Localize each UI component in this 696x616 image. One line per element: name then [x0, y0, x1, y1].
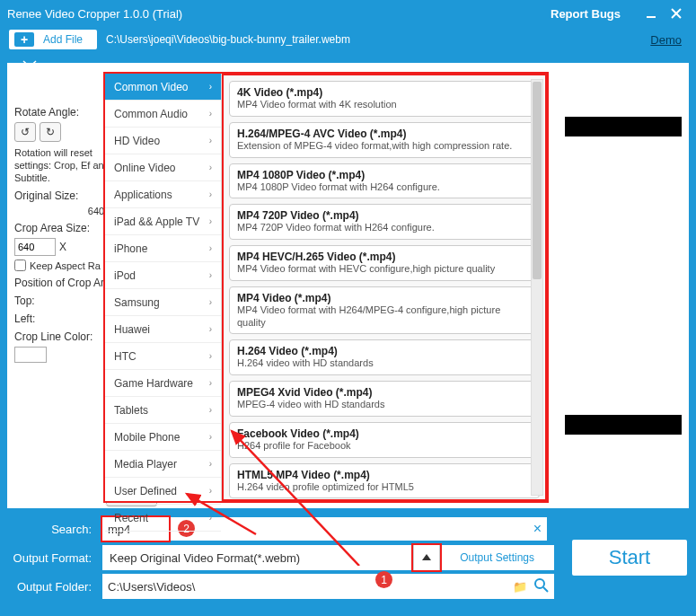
clear-search-icon[interactable]: × [533, 521, 542, 537]
format-item[interactable]: MP4 HEVC/H.265 Video (*.mp4)MP4 Video fo… [229, 245, 540, 281]
output-folder-field: C:\Users\Videos\ 📁 [102, 574, 554, 599]
format-item[interactable]: MP4 Video (*.mp4)MP4 Video format with H… [229, 286, 540, 335]
category-item[interactable]: Game Hardware› [105, 370, 221, 397]
close-button[interactable] [664, 1, 689, 26]
output-folder-value: C:\Users\Videos\ [108, 580, 506, 594]
start-button[interactable]: Start [572, 540, 687, 576]
app-title: Renee Video Cropper 1.0.0 (Trial) [7, 7, 551, 21]
category-item[interactable]: Samsung› [105, 289, 221, 316]
format-item[interactable]: MP4 720P Video (*.mp4)MP4 720P Video for… [229, 204, 540, 240]
add-file-button[interactable]: + Add File [9, 30, 97, 49]
svg-marker-7 [422, 554, 431, 560]
format-item[interactable]: MPEG4 Xvid Video (*.mp4)MPEG-4 video wit… [229, 381, 540, 417]
category-list: Common Video›Common Audio›HD Video›Onlin… [105, 74, 222, 501]
current-file-path: C:\Users\joeqi\Videos\big-buck-bunny_tra… [106, 33, 641, 46]
output-format-dropdown[interactable] [413, 545, 440, 570]
output-format-value: Keep Original Video Format(*.webm) [102, 551, 413, 565]
svg-point-8 [535, 579, 544, 588]
search-folder-icon[interactable] [534, 578, 549, 595]
category-item[interactable]: HD Video› [105, 128, 221, 154]
category-item[interactable]: Common Video› [105, 74, 221, 101]
output-folder-label: Output Folder: [9, 580, 97, 594]
format-popup: Common Video›Common Audio›HD Video›Onlin… [103, 72, 549, 503]
video-preview [565, 117, 682, 485]
add-file-label: Add File [43, 33, 83, 46]
format-item[interactable]: HTML5 MP4 Video (*.mp4)H.264 video profi… [229, 463, 540, 499]
category-item[interactable]: Applications› [105, 181, 221, 208]
format-item[interactable]: 4K Video (*.mp4)MP4 Video format with 4K… [229, 81, 540, 117]
output-format-field: Keep Original Video Format(*.webm) Outpu… [102, 545, 554, 570]
category-item[interactable]: Huawei› [105, 316, 221, 343]
format-item[interactable]: H.264/MPEG-4 AVC Video (*.mp4)Extension … [229, 122, 540, 158]
crop-width-input[interactable] [14, 238, 56, 256]
category-item[interactable]: Common Audio› [105, 101, 221, 128]
search-label: Search: [9, 523, 97, 536]
rotate-cw-button[interactable]: ↻ [40, 122, 61, 142]
format-item[interactable]: Facebook Video (*.mp4)H264 profile for F… [229, 422, 540, 458]
category-item[interactable]: Mobile Phone› [105, 424, 221, 451]
keep-aspect-label: Keep Aspect Ra [30, 260, 101, 271]
category-item[interactable]: iPhone› [105, 235, 221, 262]
minimize-button[interactable] [639, 1, 664, 26]
rotate-ccw-button[interactable]: ↺ [14, 122, 36, 142]
browse-folder-icon[interactable]: 📁 [513, 580, 527, 594]
category-item[interactable]: User Defined› [105, 478, 221, 505]
format-item[interactable]: H.264 Video (*.mp4)H.264 video with HD s… [229, 339, 540, 375]
demo-link[interactable]: Demo [650, 33, 682, 47]
output-format-label: Output Format: [9, 551, 97, 565]
format-scrollbar[interactable] [531, 79, 543, 496]
output-settings-link[interactable]: Output Settings [440, 551, 554, 564]
category-item[interactable]: HTC› [105, 343, 221, 370]
category-item[interactable]: iPod› [105, 262, 221, 289]
category-item[interactable]: iPad && Apple TV› [105, 208, 221, 235]
category-item[interactable]: Media Player› [105, 451, 221, 478]
crop-line-color-swatch[interactable] [14, 347, 47, 363]
format-item[interactable]: MP4 1080P Video (*.mp4)MP4 1080P Video f… [229, 163, 540, 199]
annotation-badge-1: 1 [375, 571, 392, 588]
crop-x: X [59, 241, 66, 253]
report-bugs-link[interactable]: Report Bugs [551, 7, 621, 21]
format-list: 4K Video (*.mp4)MP4 Video format with 4K… [222, 74, 547, 501]
svg-line-9 [543, 587, 548, 592]
category-item[interactable]: Recent› [105, 505, 221, 532]
category-item[interactable]: Tablets› [105, 397, 221, 424]
plus-icon: + [14, 32, 34, 47]
category-item[interactable]: Online Video› [105, 154, 221, 181]
